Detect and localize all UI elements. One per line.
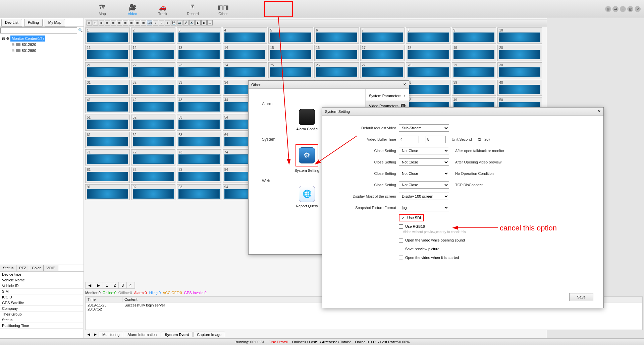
video-cell[interactable]: 42 bbox=[131, 97, 176, 113]
tool-sound-icon[interactable]: 🔊 bbox=[189, 20, 195, 25]
left-tab-devlist[interactable]: Dev List bbox=[1, 19, 22, 26]
pager-page[interactable]: 4 bbox=[127, 282, 135, 288]
bottom-tab-monitoring[interactable]: Monitoring bbox=[99, 332, 123, 337]
use-rgb16-checkbox[interactable] bbox=[399, 224, 403, 229]
layout-36-icon[interactable]: ▦ bbox=[135, 20, 140, 25]
tool-mic-icon[interactable]: 🎤 bbox=[183, 20, 189, 25]
video-cell[interactable]: 29 bbox=[452, 62, 496, 78]
nav-other[interactable]: ◧◨Other bbox=[208, 2, 238, 16]
video-cell[interactable]: 23 bbox=[177, 62, 221, 78]
video-cell[interactable]: 21 bbox=[85, 62, 130, 78]
video-cell[interactable]: 91 bbox=[85, 184, 130, 200]
video-cell[interactable]: 28 bbox=[406, 62, 450, 78]
video-cell[interactable]: 16 bbox=[314, 45, 359, 61]
close-setting-select-3[interactable]: Not Close bbox=[399, 170, 449, 177]
pager-next-icon[interactable]: ▶ bbox=[94, 282, 103, 288]
pager-page[interactable]: 3 bbox=[119, 282, 127, 288]
video-cell[interactable]: 83 bbox=[177, 167, 221, 183]
use-sdl-checkbox[interactable]: ✓ bbox=[401, 216, 405, 220]
tool-fullscreen-icon[interactable]: ⛶ bbox=[207, 20, 213, 25]
video-cell[interactable]: 12 bbox=[131, 45, 176, 61]
video-cell[interactable]: 63 bbox=[177, 132, 221, 148]
close-icon[interactable]: ✕ bbox=[403, 82, 406, 87]
close-icon[interactable]: ✕ bbox=[598, 109, 601, 114]
tool-icon[interactable]: ◂ bbox=[159, 20, 164, 25]
video-cell[interactable]: 62 bbox=[131, 132, 176, 148]
tool-save-icon[interactable]: 💾 bbox=[171, 20, 176, 25]
tree-expand-icon[interactable]: ⊞ bbox=[11, 48, 14, 54]
video-cell[interactable]: 13 bbox=[177, 45, 221, 61]
video-cell[interactable]: 2 bbox=[131, 27, 176, 44]
video-cell[interactable]: 82 bbox=[131, 167, 176, 183]
save-button[interactable]: Save bbox=[569, 293, 593, 301]
close-setting-select-4[interactable]: Not Close bbox=[399, 181, 449, 189]
nav-track[interactable]: 🚗Track bbox=[148, 2, 178, 16]
layout-8-icon[interactable]: ▦ bbox=[111, 20, 116, 25]
video-cell[interactable]: 9 bbox=[452, 27, 496, 44]
video-cell[interactable]: 17 bbox=[360, 45, 405, 61]
video-cell[interactable]: 72 bbox=[131, 149, 176, 165]
win-grid-icon[interactable]: ⊞ bbox=[605, 6, 611, 12]
pager-page[interactable]: 1 bbox=[103, 282, 111, 288]
snapshot-format-select[interactable]: jpg bbox=[399, 204, 449, 211]
save-preview-checkbox[interactable] bbox=[399, 247, 403, 251]
win-close-icon[interactable]: ✕ bbox=[635, 6, 641, 12]
video-cell[interactable]: 3 bbox=[177, 27, 221, 44]
device-search-input[interactable] bbox=[0, 27, 77, 33]
left-tab-mymap[interactable]: My Map bbox=[45, 19, 65, 26]
close-setting-select-2[interactable]: Not Close bbox=[399, 158, 449, 166]
video-cell[interactable]: 31 bbox=[85, 80, 130, 96]
video-cell[interactable]: 30 bbox=[497, 62, 542, 78]
video-cell[interactable]: 14 bbox=[223, 45, 267, 61]
video-cell[interactable]: 1 bbox=[85, 27, 130, 44]
video-cell[interactable]: 43 bbox=[177, 97, 221, 113]
video-cell[interactable]: 26 bbox=[314, 62, 359, 78]
layout-6-icon[interactable]: ▦ bbox=[105, 20, 110, 25]
video-cell[interactable]: 19 bbox=[452, 45, 496, 61]
video-cell[interactable]: 53 bbox=[177, 115, 221, 131]
layout-2-icon[interactable]: ◫ bbox=[93, 20, 98, 25]
nav-map[interactable]: 🗺Map bbox=[87, 2, 117, 16]
video-cell[interactable]: 22 bbox=[131, 62, 176, 78]
buffer-to-input[interactable] bbox=[426, 136, 446, 143]
layout-9-icon[interactable]: ▦ bbox=[117, 20, 122, 25]
bottom-nav-next-icon[interactable]: ▶ bbox=[92, 332, 99, 337]
bottom-tab-sysevent[interactable]: System Event bbox=[161, 332, 193, 337]
video-cell[interactable]: 52 bbox=[131, 115, 176, 131]
video-cell[interactable]: 27 bbox=[360, 62, 405, 78]
pager-prev-icon[interactable]: ◀ bbox=[86, 282, 94, 288]
video-cell[interactable]: 15 bbox=[268, 45, 313, 61]
layout-4-icon[interactable]: ⊞ bbox=[99, 20, 104, 25]
tool-rec-icon[interactable]: ● bbox=[165, 20, 170, 25]
tree-expand-icon[interactable]: ⊞ bbox=[11, 42, 14, 48]
layout-100-icon[interactable]: 100 bbox=[147, 20, 152, 25]
buffer-from-input[interactable] bbox=[399, 136, 419, 143]
info-tab-voip[interactable]: VOIP bbox=[43, 265, 58, 271]
video-cell[interactable]: 24 bbox=[223, 62, 267, 78]
video-cell[interactable]: 71 bbox=[85, 149, 130, 165]
layout-16-icon[interactable]: ▦ bbox=[123, 20, 128, 25]
video-cell[interactable]: 40 bbox=[497, 80, 542, 96]
video-cell[interactable]: 51 bbox=[85, 115, 130, 131]
report-query-icon[interactable]: 🌐 bbox=[299, 186, 315, 202]
video-cell[interactable]: 33 bbox=[177, 80, 221, 96]
tool-play-icon[interactable]: ▶ bbox=[195, 20, 201, 25]
tool-icon[interactable]: ▸ bbox=[153, 20, 158, 25]
video-cell[interactable]: 81 bbox=[85, 167, 130, 183]
display-most-select[interactable]: Display 100 screen bbox=[399, 193, 449, 200]
video-cell[interactable]: 20 bbox=[497, 45, 542, 61]
tree-device-1[interactable]: 8012920 bbox=[22, 42, 36, 48]
bottom-tab-alarm[interactable]: Alarm Information bbox=[124, 332, 160, 337]
video-cell[interactable]: 92 bbox=[131, 184, 176, 200]
video-cell[interactable]: 10 bbox=[497, 27, 542, 44]
video-cell[interactable]: 8 bbox=[406, 27, 450, 44]
layout-64-icon[interactable]: ▦ bbox=[141, 20, 146, 25]
video-cell[interactable]: 4 bbox=[223, 27, 267, 44]
video-cell[interactable]: 5 bbox=[268, 27, 313, 44]
nav-record[interactable]: 🗓Record bbox=[178, 2, 208, 16]
tree-collapse-icon[interactable]: ⊟ bbox=[2, 36, 5, 42]
search-icon[interactable]: 🔍 bbox=[77, 28, 84, 32]
video-cell[interactable]: 41 bbox=[85, 97, 130, 113]
video-cell[interactable]: 38 bbox=[406, 80, 450, 96]
layout-25-icon[interactable]: ▦ bbox=[129, 20, 134, 25]
